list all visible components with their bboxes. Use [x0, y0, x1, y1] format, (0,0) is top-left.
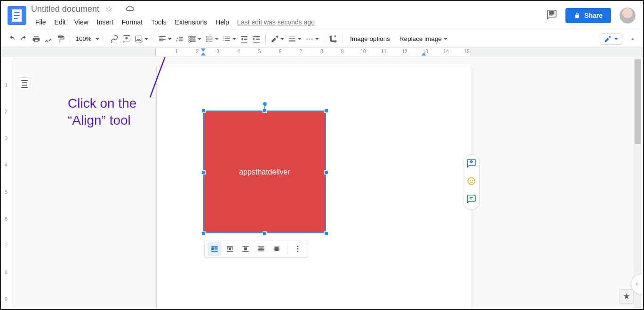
ruler-number: 5 — [258, 49, 261, 54]
vertical-ruler-number: 5 — [5, 189, 8, 195]
numbered-list-button[interactable] — [221, 32, 238, 46]
ruler-number: 9 — [341, 49, 344, 54]
menu-extensions[interactable]: Extensions — [171, 17, 211, 27]
border-weight-button[interactable] — [286, 32, 303, 46]
svg-rect-3 — [259, 247, 263, 251]
border-dash-button[interactable] — [303, 32, 321, 46]
svg-point-5 — [297, 246, 299, 247]
resize-handle-n[interactable] — [262, 109, 267, 113]
undo-button[interactable] — [6, 32, 18, 46]
share-button-label: Share — [584, 12, 603, 19]
print-button[interactable] — [30, 32, 42, 46]
insert-link-button[interactable] — [108, 32, 120, 46]
resize-handle-nw[interactable] — [201, 109, 206, 113]
image-more-options-button[interactable] — [291, 242, 305, 256]
svg-point-6 — [297, 248, 299, 250]
svg-point-1 — [207, 38, 208, 40]
menu-format[interactable]: Format — [118, 17, 147, 27]
bulleted-list-button[interactable] — [203, 32, 221, 46]
vertical-ruler-number: 7 — [5, 243, 8, 248]
document-title[interactable]: Untitled document — [31, 4, 99, 14]
menu-file[interactable]: File — [31, 17, 50, 27]
border-color-button[interactable] — [269, 32, 286, 46]
open-comments-icon[interactable] — [547, 9, 557, 22]
redo-button[interactable] — [18, 32, 30, 46]
ruler-number: 12 — [402, 49, 407, 54]
editing-mode-button[interactable] — [600, 33, 622, 45]
behind-text-button[interactable] — [254, 242, 268, 256]
ruler-number: 8 — [320, 49, 323, 54]
align-button[interactable] — [156, 32, 174, 46]
menu-tools[interactable]: Tools — [147, 17, 171, 27]
image-layout-toolbar — [204, 240, 308, 258]
document-canvas: 123456789 appsthatdeliver — [2, 57, 642, 308]
add-emoji-icon[interactable] — [467, 176, 476, 188]
zoom-select[interactable]: 100% — [73, 32, 102, 46]
paint-format-button[interactable] — [55, 32, 67, 46]
menu-view[interactable]: View — [70, 17, 93, 27]
collapse-toolbar-button[interactable] — [627, 33, 638, 45]
vertical-ruler-number: 3 — [5, 135, 8, 141]
explore-button[interactable] — [620, 289, 634, 303]
menu-insert[interactable]: Insert — [93, 17, 118, 27]
ruler-number: 4 — [238, 49, 240, 54]
menu-bar: File Edit View Insert Format Tools Exten… — [31, 16, 547, 28]
svg-point-2 — [207, 40, 208, 42]
wrap-text-button[interactable] — [223, 242, 237, 256]
menu-help[interactable]: Help — [211, 17, 233, 27]
ruler-number: 6 — [279, 49, 282, 54]
svg-rect-4 — [275, 247, 279, 251]
crop-image-button[interactable] — [327, 32, 339, 46]
document-outline-button[interactable] — [18, 77, 31, 90]
pencil-icon — [604, 35, 612, 43]
vertical-scrollbar-thumb[interactable] — [635, 59, 641, 144]
contextual-comment-bar — [463, 154, 480, 210]
resize-handle-ne[interactable] — [324, 109, 328, 113]
increase-indent-button[interactable] — [250, 32, 262, 46]
decrease-indent-button[interactable] — [238, 32, 250, 46]
ruler-number: 14 — [444, 49, 449, 54]
ruler-number: 10 — [360, 49, 366, 54]
annotation-text: Click on the “Align” tool — [68, 95, 136, 129]
share-button[interactable]: Share — [565, 8, 611, 23]
suggest-edits-icon[interactable] — [467, 194, 476, 206]
in-front-text-button[interactable] — [270, 242, 284, 256]
spellcheck-button[interactable] — [42, 32, 55, 46]
resize-handle-w[interactable] — [201, 170, 206, 175]
break-text-button[interactable] — [239, 242, 253, 256]
main-toolbar: 100% Image options Replace image — [1, 30, 643, 48]
docs-logo-icon[interactable] — [8, 6, 26, 25]
menu-edit[interactable]: Edit — [50, 17, 70, 27]
wrap-inline-button[interactable] — [207, 242, 222, 256]
ruler-number: 7 — [300, 49, 302, 54]
last-edit-link[interactable]: Last edit was seconds ago — [237, 18, 315, 26]
cloud-status-icon[interactable] — [126, 4, 134, 15]
image-options-button[interactable]: Image options — [345, 32, 395, 46]
resize-handle-sw[interactable] — [201, 231, 206, 236]
horizontal-ruler[interactable]: 123456789101112131415 — [1, 48, 643, 56]
vertical-ruler-number: 4 — [5, 162, 8, 168]
checklist-button[interactable] — [186, 32, 203, 46]
add-comment-button[interactable] — [120, 32, 133, 46]
account-avatar[interactable] — [620, 8, 636, 24]
insert-image-button[interactable] — [133, 32, 150, 46]
star-icon[interactable]: ☆ — [106, 5, 112, 14]
resize-handle-s[interactable] — [262, 231, 267, 236]
resize-handle-e[interactable] — [324, 170, 328, 175]
lock-icon — [574, 12, 580, 19]
ruler-number: 11 — [382, 49, 387, 54]
resize-handle-se[interactable] — [324, 231, 328, 236]
vertical-ruler-number: 2 — [5, 109, 8, 114]
svg-point-7 — [297, 251, 299, 252]
vertical-ruler[interactable]: 123456789 — [2, 57, 14, 308]
image-watermark-text: appsthatdeliver — [239, 168, 290, 176]
ruler-number: 1 — [175, 49, 178, 54]
selected-image[interactable]: appsthatdeliver — [204, 111, 325, 232]
titlebar: Untitled document ☆ File Edit View Inser… — [1, 1, 643, 30]
rotation-handle[interactable] — [262, 102, 267, 106]
replace-image-button[interactable]: Replace image — [395, 32, 452, 46]
line-spacing-button[interactable] — [174, 32, 186, 46]
vertical-ruler-number: 1 — [5, 82, 8, 87]
add-comment-icon[interactable] — [467, 159, 476, 170]
svg-point-8 — [468, 178, 475, 185]
